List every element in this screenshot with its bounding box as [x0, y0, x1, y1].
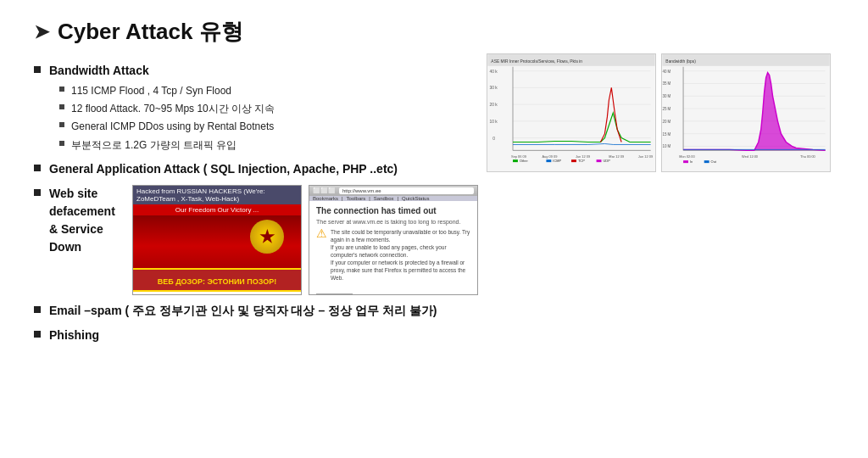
left-content: Bandwidth Attack 115 ICMP Flood , 4 Tcp … — [34, 62, 487, 353]
defacement-line2: & Service Down — [49, 221, 115, 256]
application-bullet: General Application Attack ( SQL Injecti… — [34, 160, 478, 178]
error-detail-3: If your computer or network is protected… — [331, 259, 470, 282]
error-title: The connection has timed out — [316, 206, 470, 215]
sub-bullet-3-text: General ICMP DDos using by Rental Botnet… — [71, 119, 274, 135]
sub-bullet-2-text: 12 flood Attack. 70~95 Mps 10시간 이상 지속 — [71, 101, 275, 117]
sub-bullet-3: General ICMP DDos using by Rental Botnet… — [59, 119, 478, 135]
small-bullet-icon — [59, 122, 64, 127]
connection-error-content: The connection has timed out The server … — [309, 201, 477, 295]
svg-text:Out: Out — [711, 159, 717, 164]
svg-text:Bandwidth (bps): Bandwidth (bps) — [665, 59, 696, 64]
left-chart: ASE MIR Inner Protocols/Services, Flows,… — [487, 53, 656, 172]
email-bullet: Email –spam ( 주요 정부기관 인사 및 당직자 대상 – 정상 업… — [34, 302, 478, 320]
error-subtitle: The server at www.vm.ee is taking too lo… — [316, 219, 470, 225]
svg-rect-21 — [513, 159, 518, 162]
phishing-bullet: Phishing — [34, 327, 478, 344]
connection-error-screenshot: ⬜⬜⬜ http://www.vm.ee Bookmarks|Toolbars|… — [309, 185, 478, 295]
bullet-icon — [34, 306, 41, 313]
bullet-icon — [34, 189, 41, 196]
svg-text:Mon 02:00: Mon 02:00 — [679, 154, 695, 159]
right-chart: Bandwidth (bps) 40 M 35 M 30 M 25 M — [661, 53, 831, 172]
chart-container: ASE MIR Inner Protocols/Services, Flows,… — [487, 53, 843, 172]
defacement-line1: Web site defacement — [49, 185, 115, 221]
bullet-icon — [34, 165, 41, 171]
sub-bullet-1-text: 115 ICMP Flood , 4 Tcp / Syn Flood — [71, 83, 231, 99]
error-warning-row: ⚠ The site could be temporarily unavaila… — [316, 228, 470, 282]
small-bullet-icon — [59, 87, 64, 92]
defacement-section: Web site defacement & Service Down Hacke… — [34, 185, 478, 295]
defacement-cyrillic: ВЕБ ДОЗОР: ЭСТОНИИ ПОЗОР! — [158, 277, 277, 286]
svg-text:0: 0 — [492, 137, 495, 141]
svg-rect-23 — [546, 159, 551, 162]
svg-text:30 k: 30 k — [489, 86, 498, 90]
svg-text:10 k: 10 k — [489, 120, 498, 124]
try-again-button[interactable]: Try again — [316, 293, 353, 294]
svg-text:Jun 12 09: Jun 12 09 — [638, 154, 653, 159]
svg-rect-52 — [683, 160, 688, 163]
small-bullet-icon — [59, 141, 64, 146]
defacement-title-bar: Hacked from RUSSIAN HACKERS (We're: ZoMe… — [133, 186, 301, 204]
email-section: Email –spam ( 주요 정부기관 인사 및 당직자 대상 – 정상 업… — [34, 302, 478, 320]
svg-text:ICMP: ICMP — [553, 159, 561, 163]
svg-text:40 k: 40 k — [489, 70, 498, 74]
svg-text:20 M: 20 M — [662, 120, 670, 124]
error-details: The site could be temporarily unavailabl… — [331, 228, 470, 282]
svg-text:ASE MIR Inner Protocols/Servic: ASE MIR Inner Protocols/Services, Flows,… — [491, 59, 582, 64]
svg-rect-25 — [571, 159, 576, 162]
phishing-label: Phishing — [49, 327, 99, 344]
svg-text:30 M: 30 M — [662, 94, 670, 98]
sub-bullet-2: 12 flood Attack. 70~95 Mps 10시간 이상 지속 — [59, 101, 478, 117]
defacement-freedom-text: Our Freedom Our Victory ... — [133, 204, 301, 215]
defacement-screenshot: Hacked from RUSSIAN HACKERS (We're: ZoMe… — [132, 185, 302, 295]
try-again-button-area: Try again — [316, 288, 470, 294]
sub-bullet-1: 115 ICMP Flood , 4 Tcp / Syn Flood — [59, 83, 478, 99]
title-arrow-icon: ➤ — [34, 21, 49, 43]
bandwidth-bullet: Bandwidth Attack — [34, 62, 478, 80]
error-detail-1: The site could be temporarily unavailabl… — [331, 228, 470, 243]
svg-text:Mar 12 09: Mar 12 09 — [609, 154, 624, 159]
svg-text:20 k: 20 k — [489, 103, 498, 107]
error-detail-2: If you are unable to load any pages, che… — [331, 243, 470, 259]
slide: ➤ Cyber Attack 유형 Bandwidth Attack 115 I… — [0, 0, 868, 458]
defacement-text: Web site defacement & Service Down — [49, 185, 115, 256]
left-chart-svg: ASE MIR Inner Protocols/Services, Flows,… — [487, 54, 655, 171]
svg-text:UDP: UDP — [603, 159, 610, 163]
bullet-icon — [34, 66, 41, 73]
browser-bar: ⬜⬜⬜ http://www.vm.ee — [309, 186, 477, 196]
title-row: ➤ Cyber Attack 유형 — [34, 17, 843, 47]
bandwidth-label: Bandwidth Attack — [49, 62, 149, 80]
svg-text:25 M: 25 M — [662, 107, 670, 111]
right-charts: ASE MIR Inner Protocols/Services, Flows,… — [487, 53, 843, 353]
svg-rect-54 — [704, 160, 709, 163]
warning-icon: ⚠ — [316, 226, 327, 240]
application-label: General Application Attack ( SQL Injecti… — [49, 160, 398, 178]
application-section: General Application Attack ( SQL Injecti… — [34, 160, 478, 178]
bandwidth-sub-bullets: 115 ICMP Flood , 4 Tcp / Syn Flood 12 fl… — [59, 83, 478, 154]
svg-text:Other: Other — [520, 159, 529, 163]
content-area: Bandwidth Attack 115 ICMP Flood , 4 Tcp … — [34, 62, 843, 353]
svg-text:Wed 12:00: Wed 12:00 — [742, 154, 759, 159]
small-bullet-icon — [59, 104, 64, 109]
svg-rect-27 — [597, 159, 602, 162]
sub-bullet-4: 부분적으로 1.2G 가량의 트래픽 유입 — [59, 137, 478, 154]
bullet-icon — [34, 331, 41, 338]
right-chart-svg: Bandwidth (bps) 40 M 35 M 30 M 25 M — [662, 54, 830, 171]
page-title: Cyber Attack 유형 — [58, 17, 243, 47]
svg-text:35 M: 35 M — [662, 81, 670, 86]
bandwidth-section: Bandwidth Attack 115 ICMP Flood , 4 Tcp … — [34, 62, 478, 154]
sub-bullet-4-text: 부분적으로 1.2G 가량의 트래픽 유입 — [71, 137, 236, 154]
svg-text:In: In — [690, 159, 693, 164]
svg-text:Thu 00:00: Thu 00:00 — [800, 154, 816, 159]
svg-text:15 M: 15 M — [662, 132, 670, 137]
defacement-text-area: Web site defacement & Service Down — [34, 185, 115, 260]
svg-text:10 M: 10 M — [662, 144, 670, 148]
svg-text:TCP: TCP — [578, 159, 585, 163]
screenshot-grid: Hacked from RUSSIAN HACKERS (We're: ZoMe… — [132, 185, 478, 295]
svg-text:40 M: 40 M — [662, 70, 670, 74]
defacement-bullet: Web site defacement & Service Down — [34, 185, 115, 256]
email-label: Email –spam ( 주요 정부기관 인사 및 당직자 대상 – 정상 업… — [49, 302, 437, 320]
phishing-section: Phishing — [34, 327, 478, 344]
